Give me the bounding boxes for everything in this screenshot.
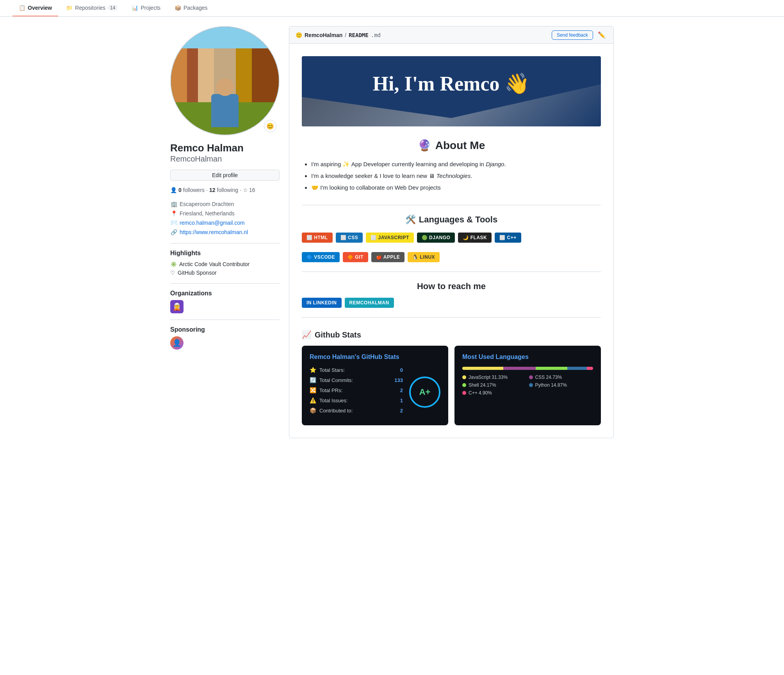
contributed-value: 2	[400, 408, 403, 414]
highlight-arctic-text: Arctic Code Vault Contributor	[179, 261, 249, 267]
following-count[interactable]: 12	[209, 187, 216, 193]
lang-legend: JavaScript 31.33% CSS 24.73% Shell 24.17…	[462, 375, 593, 396]
repositories-icon: 📁	[66, 5, 73, 11]
reach-me-title: How to reach me	[302, 281, 601, 291]
stat-commits: 🔄 Total Commits: 133	[310, 377, 403, 383]
projects-icon: 📊	[132, 5, 138, 11]
stats-grid: ⭐ Total Stars: 0 🔄 Total Commits: 133	[310, 367, 440, 417]
tab-overview-label: Overview	[28, 5, 52, 11]
star-label: Total Stars:	[319, 367, 397, 373]
badge-linkedin: in LINKEDIN	[302, 298, 342, 308]
divider-tools	[302, 272, 601, 272]
contributed-icon: 📦	[310, 407, 316, 414]
organization-text: Escaperoom Drachten	[180, 201, 234, 207]
stats-card-title: Remco Halman's GitHub Stats	[310, 353, 440, 361]
readme-path-ext: .md	[371, 32, 381, 38]
location-text: Friesland, Netherlands	[180, 210, 235, 217]
tab-overview[interactable]: 📋 Overview	[12, 0, 58, 16]
organization-icon: 🏢	[170, 201, 177, 207]
tab-repositories[interactable]: 📁 Repositories 14	[60, 0, 124, 16]
lang-card-title: Most Used Languages	[462, 353, 593, 361]
tech-text: Technologies	[437, 172, 471, 179]
python-label: Python 14.87%	[535, 382, 567, 388]
followers-count[interactable]: 0	[178, 187, 182, 193]
packages-icon: 📦	[175, 5, 181, 11]
readme-path-separator: /	[345, 32, 346, 38]
page-container: 📋 Overview 📁 Repositories 14 📊 Projects …	[0, 0, 784, 675]
grade-circle: A+	[409, 377, 440, 408]
shell-label: Shell 24.17%	[469, 382, 496, 388]
badge-remcohalman: REMCOHALMAN	[345, 298, 394, 308]
stats-row: 👤 0 followers · 12 following · ☆ 16	[170, 187, 280, 193]
avatar-person	[209, 78, 241, 129]
readme-body: Hi, I'm Remco 👋 🔮 About Me I'm aspiring …	[289, 44, 613, 438]
readme-path-file: README	[349, 32, 369, 38]
right-content: 🙂 RemcoHalman / README .md Send feedback…	[289, 26, 614, 438]
edit-readme-button[interactable]: ✏️	[596, 30, 607, 40]
badge-linux: 🐧 LINUX	[408, 252, 440, 262]
meta-list: 🏢 Escaperoom Drachten 📍 Friesland, Nethe…	[170, 199, 280, 237]
readme-header-right: Send feedback ✏️	[552, 30, 607, 40]
commits-label: Total Commits:	[319, 377, 391, 383]
github-stats-section: 📈 Github Stats Remco Halman's GitHub Sta…	[302, 330, 601, 425]
meta-email: ✉️ remco.halman@gmail.com	[170, 218, 280, 227]
repositories-count: 14	[108, 5, 118, 11]
stat-prs: 🔀 Total PRs: 2	[310, 387, 403, 393]
sponsor-heart-icon: ♡	[170, 270, 175, 276]
js-bar	[462, 367, 503, 370]
tab-projects-label: Projects	[141, 5, 160, 11]
email-link[interactable]: remco.halman@gmail.com	[180, 220, 245, 226]
highlights-title: Highlights	[170, 250, 280, 257]
divider-reach	[302, 317, 601, 318]
badge-git: 🔶 GIT	[343, 252, 368, 262]
css-bar	[503, 367, 536, 370]
avatar-container: 😊	[170, 26, 280, 135]
overview-icon: 📋	[19, 5, 25, 11]
website-icon: 🔗	[170, 229, 177, 235]
stats-list: ⭐ Total Stars: 0 🔄 Total Commits: 133	[310, 367, 403, 417]
meta-location: 📍 Friesland, Netherlands	[170, 209, 280, 218]
arctic-icon: ✳️	[170, 261, 177, 267]
tab-packages-label: Packages	[184, 5, 207, 11]
avatar-emoji-icon: 😊	[266, 123, 274, 130]
lang-tools-title: 🛠️ Languages & Tools	[302, 215, 601, 225]
sidebar: 😊 Remco Halman RemcoHalman Edit profile …	[170, 26, 280, 438]
stars-count: ☆ 16	[243, 187, 255, 193]
avatar	[170, 26, 280, 135]
lang-python: Python 14.87%	[529, 382, 593, 388]
badge-cpp: ⬜ C++	[495, 233, 521, 243]
tab-projects[interactable]: 📊 Projects	[125, 0, 167, 16]
highlight-sponsor: ♡ GitHub Sponsor	[170, 268, 280, 277]
python-bar	[567, 367, 587, 370]
highlights-list: ✳️ Arctic Code Vault Contributor ♡ GitHu…	[170, 260, 280, 277]
badge-django: 🟢 DJANGO	[417, 233, 455, 243]
avatar-emoji-button[interactable]: 😊	[264, 120, 276, 132]
edit-profile-button[interactable]: Edit profile	[170, 170, 280, 181]
prs-icon: 🔀	[310, 387, 316, 393]
python-dot	[529, 383, 533, 387]
sponsor-icon-1[interactable]: 👤	[170, 336, 184, 350]
lang-css: CSS 24.73%	[529, 375, 593, 380]
shell-dot	[462, 383, 466, 387]
divider-about	[302, 205, 601, 205]
badge-apple: 🍎 APPLE	[371, 252, 404, 262]
readme-path-user: RemcoHalman	[305, 32, 342, 38]
js-label: JavaScript 31.33%	[469, 375, 508, 380]
divider-1	[170, 243, 280, 243]
main-content: 😊 Remco Halman RemcoHalman Edit profile …	[158, 17, 626, 448]
website-link[interactable]: https://www.remcohalman.nl	[180, 229, 248, 235]
prs-value: 2	[400, 387, 403, 393]
tech-badges-row-2: 🔷 VSCODE 🔶 GIT 🍎 APPLE 🐧 LINUX	[302, 252, 601, 262]
grade-value: A+	[419, 387, 431, 397]
highlight-arctic: ✳️ Arctic Code Vault Contributor	[170, 260, 280, 268]
tab-packages[interactable]: 📦 Packages	[168, 0, 214, 16]
org-icon-1[interactable]: 🧝	[170, 300, 184, 313]
send-feedback-button[interactable]: Send feedback	[552, 30, 593, 40]
shell-bar	[536, 367, 567, 370]
sponsoring-title: Sponsoring	[170, 326, 280, 333]
js-dot	[462, 375, 466, 379]
lang-bar	[462, 367, 593, 370]
cpp-dot	[462, 391, 466, 395]
github-stats-card: Remco Halman's GitHub Stats ⭐ Total Star…	[302, 346, 448, 425]
readme-card: 🙂 RemcoHalman / README .md Send feedback…	[289, 26, 614, 438]
